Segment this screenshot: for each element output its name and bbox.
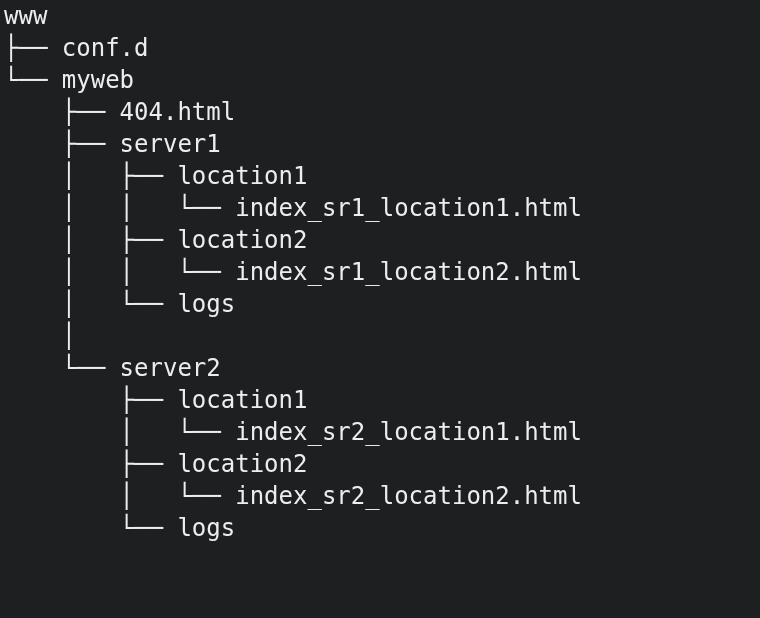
tree-line-server2-location2-index: │ └── index_sr2_location2.html (4, 480, 756, 512)
directory-tree: www├── conf.d└── myweb ├── 404.html ├── … (0, 0, 760, 544)
tree-line-server1-logs: │ └── logs (4, 288, 756, 320)
tree-line-conf-d: ├── conf.d (4, 32, 756, 64)
tree-line-server1-location1-index: │ │ └── index_sr1_location1.html (4, 192, 756, 224)
tree-line-spacer: │ (4, 320, 756, 352)
tree-line-server2-location2: ├── location2 (4, 448, 756, 480)
tree-line-404-html: ├── 404.html (4, 96, 756, 128)
tree-line-server1-location1: │ ├── location1 (4, 160, 756, 192)
tree-line-myweb: └── myweb (4, 64, 756, 96)
tree-line-server2-location1: ├── location1 (4, 384, 756, 416)
tree-line-server2-logs: └── logs (4, 512, 756, 544)
tree-line-server1: ├── server1 (4, 128, 756, 160)
tree-line-root: www (4, 0, 756, 32)
tree-line-server1-location2: │ ├── location2 (4, 224, 756, 256)
tree-line-server2-location1-index: │ └── index_sr2_location1.html (4, 416, 756, 448)
tree-line-server2: └── server2 (4, 352, 756, 384)
tree-line-server1-location2-index: │ │ └── index_sr1_location2.html (4, 256, 756, 288)
